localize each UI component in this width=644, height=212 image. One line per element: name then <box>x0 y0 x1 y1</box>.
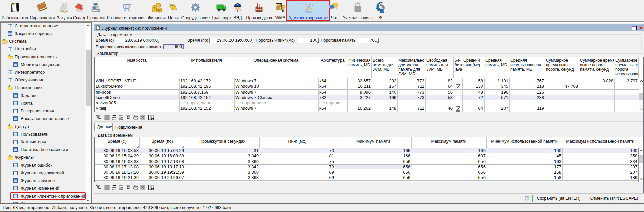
svg-text:Σ: Σ <box>127 186 129 189</box>
svg-text:3: 3 <box>112 188 113 190</box>
svg-text:3: 3 <box>112 118 113 120</box>
svg-text:Σ: Σ <box>127 116 129 119</box>
